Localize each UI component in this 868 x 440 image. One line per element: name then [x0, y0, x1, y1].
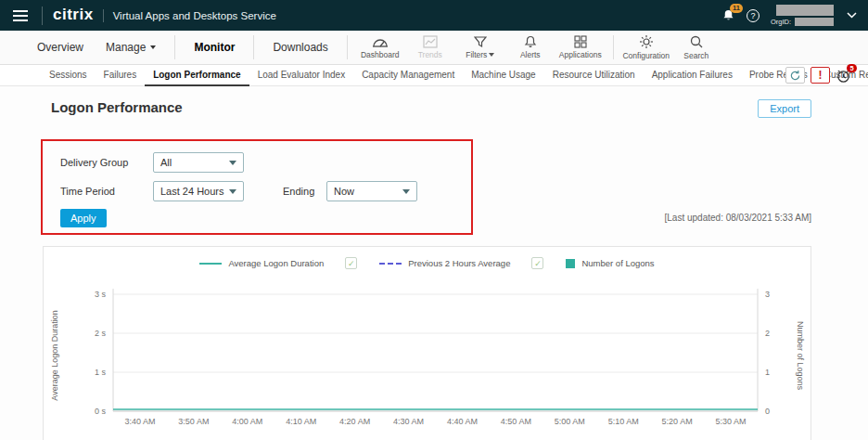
svg-text:1 s: 1 s [95, 368, 107, 377]
tool-alerts-label: Alerts [520, 50, 541, 59]
svg-text:4:40 AM: 4:40 AM [447, 417, 478, 426]
average-logon-duration-checkbox[interactable]: ✓ [345, 257, 357, 269]
content: Logon Performance Export Delivery Group … [0, 86, 868, 440]
account-menu-button[interactable] [845, 10, 859, 20]
export-button[interactable]: Export [758, 99, 811, 118]
legend-item-number-of-logons: Number of Logons [566, 258, 654, 268]
svg-text:3: 3 [765, 290, 770, 299]
divider [253, 35, 254, 59]
tool-trends[interactable]: Trends [405, 35, 455, 59]
tool-trends-label: Trends [418, 50, 442, 59]
tool-filters[interactable]: Filters [455, 35, 505, 59]
subtab-failures[interactable]: Failures [96, 65, 146, 86]
tab-monitor[interactable]: Monitor [183, 31, 246, 64]
previous-2-hours-average-checkbox[interactable]: ✓ [531, 257, 543, 269]
notifications-button[interactable]: 11 [721, 8, 735, 22]
svg-text:5:20 AM: 5:20 AM [662, 417, 693, 426]
subtab-sessions[interactable]: Sessions [41, 65, 96, 86]
redacted-org-id [795, 18, 834, 26]
svg-text:5:30 AM: 5:30 AM [716, 417, 747, 426]
legend-item-previous-2-hours-average: Previous 2 Hours Average ✓ [379, 257, 556, 269]
tool-configuration-label: Configuration [622, 51, 670, 60]
warning-icon: ! [819, 69, 823, 82]
tab-overview-label: Overview [37, 31, 83, 64]
tab-downloads-label: Downloads [273, 31, 327, 64]
applications-grid-icon [574, 35, 587, 48]
svg-text:2 s: 2 s [95, 329, 107, 338]
svg-text:3 s: 3 s [95, 290, 107, 299]
apply-button[interactable]: Apply [60, 209, 107, 227]
delivery-group-value: All [160, 157, 172, 168]
dashboard-gauge-icon [372, 35, 389, 48]
tab-downloads[interactable]: Downloads [262, 31, 338, 64]
chart-legend: Average Logon Duration ✓ Previous 2 Hour… [44, 257, 811, 269]
svg-text:2: 2 [765, 329, 770, 338]
svg-text:5:10 AM: 5:10 AM [608, 417, 639, 426]
tool-filters-label: Filters [466, 50, 487, 59]
alarm-badge: 5 [847, 64, 857, 73]
citrix-logo: citrix [53, 6, 94, 24]
page-title: Logon Performance [51, 99, 183, 115]
tool-search[interactable]: Search [671, 34, 721, 60]
svg-text:4:10 AM: 4:10 AM [286, 417, 316, 426]
tool-applications[interactable]: Applications [555, 35, 606, 59]
help-button[interactable]: ? [747, 9, 760, 22]
svg-text:4:20 AM: 4:20 AM [339, 417, 370, 426]
tool-dashboard[interactable]: Dashboard [355, 35, 405, 59]
trends-chart-icon [423, 35, 438, 48]
hamburger-menu-icon[interactable] [9, 6, 32, 25]
tab-manage[interactable]: Manage [95, 31, 167, 64]
subtab-application-failures[interactable]: Application Failures [644, 65, 741, 86]
svg-text:5:00 AM: 5:00 AM [555, 417, 585, 426]
refresh-button[interactable] [785, 67, 805, 84]
chevron-down-icon [402, 189, 410, 194]
subtab-logon-performance[interactable]: Logon Performance [145, 65, 249, 86]
chevron-down-icon [229, 189, 236, 194]
notification-badge: 11 [730, 4, 743, 13]
line-swatch-icon [199, 263, 222, 265]
tab-monitor-label: Monitor [194, 31, 235, 64]
subtab-load-evaluator-index[interactable]: Load Evaluator Index [249, 65, 354, 86]
gear-icon [639, 34, 654, 49]
topbar: citrix Virtual Apps and Desktops Service… [0, 0, 868, 31]
chevron-down-icon [229, 161, 236, 165]
divider [174, 35, 175, 59]
divider [103, 9, 104, 22]
search-icon [689, 34, 704, 49]
critical-alerts-button[interactable]: ! [811, 67, 830, 84]
delivery-group-select[interactable]: All [153, 152, 244, 173]
tab-manage-label: Manage [106, 31, 146, 64]
svg-text:0: 0 [765, 407, 770, 416]
ending-select[interactable]: Now [326, 181, 417, 201]
legend-item-average-logon-duration: Average Logon Duration ✓ [199, 257, 370, 269]
tool-dashboard-label: Dashboard [361, 50, 400, 59]
alarm-notifications-button[interactable]: 5 [836, 68, 851, 84]
divider [613, 35, 614, 59]
chevron-down-icon [150, 45, 156, 49]
chevron-down-icon [847, 12, 857, 19]
refresh-icon [789, 70, 801, 82]
delivery-group-label: Delivery Group [60, 157, 128, 168]
alerts-bell-icon [524, 35, 537, 48]
redacted-customer-name [776, 5, 834, 16]
svg-text:4:00 AM: 4:00 AM [232, 417, 262, 426]
org-id-label: OrgID: [771, 18, 791, 26]
main-nav: Overview Manage Monitor Downloads Dashbo… [0, 31, 868, 65]
divider [347, 35, 348, 59]
subtab-machine-usage[interactable]: Machine Usage [463, 65, 543, 86]
tool-applications-label: Applications [559, 50, 602, 59]
service-title: Virtual Apps and Desktops Service [113, 10, 276, 21]
account-info: OrgID: [771, 5, 834, 26]
legend-label: Previous 2 Hours Average [408, 258, 510, 268]
subtab-capacity-management[interactable]: Capacity Management [353, 65, 463, 86]
ending-value: Now [334, 186, 354, 197]
svg-text:4:30 AM: 4:30 AM [393, 417, 424, 426]
tool-alerts[interactable]: Alerts [505, 35, 555, 59]
legend-label: Number of Logons [581, 258, 654, 268]
subtab-resource-utilization[interactable]: Resource Utilization [544, 65, 644, 86]
tool-configuration[interactable]: Configuration [621, 34, 671, 60]
time-period-select[interactable]: Last 24 Hours [153, 181, 244, 201]
tab-overview[interactable]: Overview [26, 31, 95, 64]
monitor-subnav: Sessions Failures Logon Performance Load… [0, 65, 868, 86]
time-period-value: Last 24 Hours [160, 186, 223, 197]
